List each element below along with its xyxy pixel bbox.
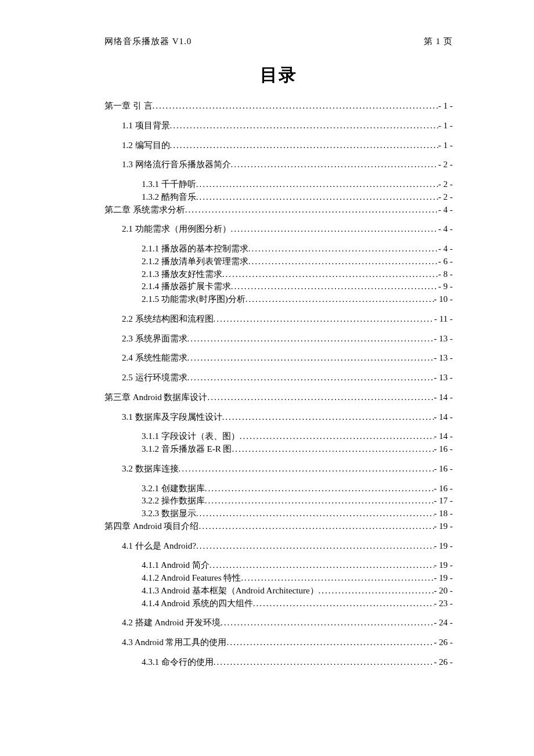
toc-entry[interactable]: 第一章 引 言- 1 -	[104, 100, 453, 113]
toc-entry[interactable]: 2.1.1 播放器的基本控制需求- 4 -	[104, 243, 453, 255]
toc-entry[interactable]: 1.3 网络流行音乐播放器简介- 2 -	[104, 159, 453, 171]
toc-entry[interactable]: 2.1.5 功能需求(时序图)分析- 10 -	[104, 293, 453, 306]
toc-entry-label: 1.1 项目背景	[122, 120, 170, 132]
toc-entry[interactable]: 1.1 项目背景- 1 -	[104, 120, 453, 132]
toc-entry[interactable]: 4.1.1 Android 简介- 19 -	[104, 559, 453, 572]
toc-entry-label: 4.1.3 Android 基本框架（Android Architecture）	[142, 585, 319, 597]
toc-entry[interactable]: 3.2.2 操作数据库- 17 -	[104, 495, 453, 507]
toc-dots	[248, 255, 438, 268]
toc-entry-label: 2.1.5 功能需求(时序图)分析	[142, 293, 246, 306]
toc-entry-page: - 14 -	[434, 430, 453, 443]
toc-entry[interactable]: 3.2.1 创建数据库- 16 -	[104, 483, 453, 495]
toc-entry[interactable]: 3.2 数据库连接- 16 -	[104, 463, 453, 476]
toc-entry[interactable]: 1.2 编写目的- 1 -	[104, 139, 453, 152]
toc-entry-label: 第四章 Android 项目介绍	[104, 520, 199, 533]
toc-entry-page: - 26 -	[434, 636, 453, 649]
toc-entry-page: - 14 -	[434, 411, 453, 424]
toc-dots	[187, 372, 434, 384]
document-page: 网络音乐播放器 V1.0 第 1 页 目录 第一章 引 言- 1 -1.1 项目…	[0, 0, 534, 704]
toc-entry-page: - 19 -	[434, 559, 453, 572]
toc-entry-page: - 8 -	[438, 268, 453, 281]
toc-entry[interactable]: 2.3 系统界面需求- 13 -	[104, 333, 453, 345]
toc-entry-page: - 24 -	[434, 617, 453, 629]
toc-dots	[231, 280, 438, 293]
toc-entry-label: 第二章 系统需求分析	[104, 204, 185, 217]
toc-entry-page: - 4 -	[438, 223, 453, 236]
toc-entry[interactable]: 2.1.2 播放清单列表管理需求- 6 -	[104, 255, 453, 268]
toc-entry[interactable]: 4.3 Android 常用工具的使用- 26 -	[104, 636, 453, 649]
toc-dots	[221, 617, 434, 629]
toc-entry[interactable]: 4.1 什么是 Android?- 19 -	[104, 540, 453, 553]
toc-entry-label: 1.3.2 酷狗音乐	[142, 191, 196, 204]
toc-entry[interactable]: 2.1.4 播放器扩展卡需求- 9 -	[104, 280, 453, 293]
toc-dots	[241, 572, 434, 585]
toc-entry-page: - 19 -	[434, 572, 453, 585]
toc-entry[interactable]: 1.3.1 千千静听- 2 -	[104, 178, 453, 191]
header-left: 网络音乐播放器 V1.0	[104, 36, 192, 47]
toc-entry-page: - 10 -	[434, 293, 453, 306]
toc-container: 第一章 引 言- 1 -1.1 项目背景- 1 -1.2 编写目的- 1 -1.…	[104, 100, 453, 669]
toc-entry-label: 2.5 运行环境需求	[122, 372, 187, 384]
toc-dots	[214, 313, 435, 326]
toc-dots	[222, 411, 434, 424]
toc-entry-page: - 9 -	[438, 280, 453, 293]
toc-entry-label: 3.2.2 操作数据库	[142, 495, 205, 507]
toc-entry-page: - 26 -	[434, 656, 453, 669]
toc-dots	[319, 585, 434, 597]
toc-entry[interactable]: 3.1.2 音乐播放器 E-R 图- 16 -	[104, 443, 453, 456]
toc-entry[interactable]: 1.3.2 酷狗音乐- 2 -	[104, 191, 453, 204]
toc-dots	[196, 540, 434, 553]
toc-entry-page: - 1 -	[438, 139, 453, 152]
toc-entry[interactable]: 4.3.1 命令行的使用- 26 -	[104, 656, 453, 669]
toc-entry[interactable]: 4.1.2 Android Features 特性- 19 -	[104, 572, 453, 585]
toc-dots	[187, 333, 434, 345]
toc-entry-page: - 2 -	[438, 191, 453, 204]
toc-entry-page: - 16 -	[434, 463, 453, 476]
toc-entry[interactable]: 2.4 系统性能需求- 13 -	[104, 352, 453, 365]
toc-entry-label: 3.2.3 数据显示	[142, 507, 196, 520]
toc-entry[interactable]: 3.1.1 字段设计（表、图）- 14 -	[104, 430, 453, 443]
toc-entry[interactable]: 4.1.3 Android 基本框架（Android Architecture）…	[104, 585, 453, 597]
toc-entry-page: - 13 -	[434, 372, 453, 384]
toc-dots	[248, 243, 438, 255]
toc-entry-label: 3.1.2 音乐播放器 E-R 图	[142, 443, 232, 456]
toc-entry-label: 2.1.2 播放清单列表管理需求	[142, 255, 248, 268]
toc-entry-label: 2.1 功能需求（用例图分析）	[122, 223, 231, 236]
toc-entry[interactable]: 2.1.3 播放友好性需求- 8 -	[104, 268, 453, 281]
toc-entry-label: 3.1 数据库及字段属性设计	[122, 411, 222, 424]
toc-entry-page: - 2 -	[438, 159, 453, 171]
toc-dots	[185, 204, 438, 217]
toc-dots	[170, 139, 439, 152]
toc-entry[interactable]: 3.2.3 数据显示- 18 -	[104, 507, 453, 520]
toc-entry-label: 4.1 什么是 Android?	[122, 540, 196, 553]
toc-entry-label: 4.1.2 Android Features 特性	[142, 572, 241, 585]
toc-entry-label: 1.3 网络流行音乐播放器简介	[122, 159, 231, 171]
toc-dots	[187, 352, 434, 365]
toc-entry[interactable]: 2.2 系统结构图和流程图- 11 -	[104, 313, 453, 326]
toc-entry-page: - 16 -	[434, 483, 453, 495]
toc-dots	[170, 120, 439, 132]
toc-entry-label: 2.4 系统性能需求	[122, 352, 187, 365]
toc-entry[interactable]: 第二章 系统需求分析- 4 -	[104, 204, 453, 217]
toc-entry[interactable]: 2.1 功能需求（用例图分析）- 4 -	[104, 223, 453, 236]
toc-dots	[214, 656, 434, 669]
toc-entry[interactable]: 2.5 运行环境需求- 13 -	[104, 372, 453, 384]
toc-dots	[205, 495, 434, 507]
toc-entry[interactable]: 第四章 Android 项目介绍- 19 -	[104, 520, 453, 533]
toc-entry-label: 2.1.3 播放友好性需求	[142, 268, 222, 281]
toc-entry-page: - 19 -	[434, 540, 453, 553]
toc-entry[interactable]: 3.1 数据库及字段属性设计- 14 -	[104, 411, 453, 424]
toc-entry-label: 第一章 引 言	[104, 100, 153, 113]
toc-entry[interactable]: 4.2 搭建 Android 开发环境- 24 -	[104, 617, 453, 629]
toc-entry[interactable]: 第三章 Android 数据库设计- 14 -	[104, 391, 453, 404]
toc-dots	[246, 293, 434, 306]
toc-dots	[208, 391, 434, 404]
toc-entry-label: 2.3 系统界面需求	[122, 333, 187, 345]
toc-entry[interactable]: 4.1.4 Android 系统的四大组件- 23 -	[104, 597, 453, 610]
toc-entry-label: 1.2 编写目的	[122, 139, 170, 152]
toc-dots	[153, 100, 439, 113]
toc-entry-page: - 14 -	[434, 391, 453, 404]
toc-title: 目录	[104, 63, 453, 87]
toc-entry-label: 3.2 数据库连接	[122, 463, 179, 476]
toc-entry-page: - 4 -	[438, 243, 453, 255]
